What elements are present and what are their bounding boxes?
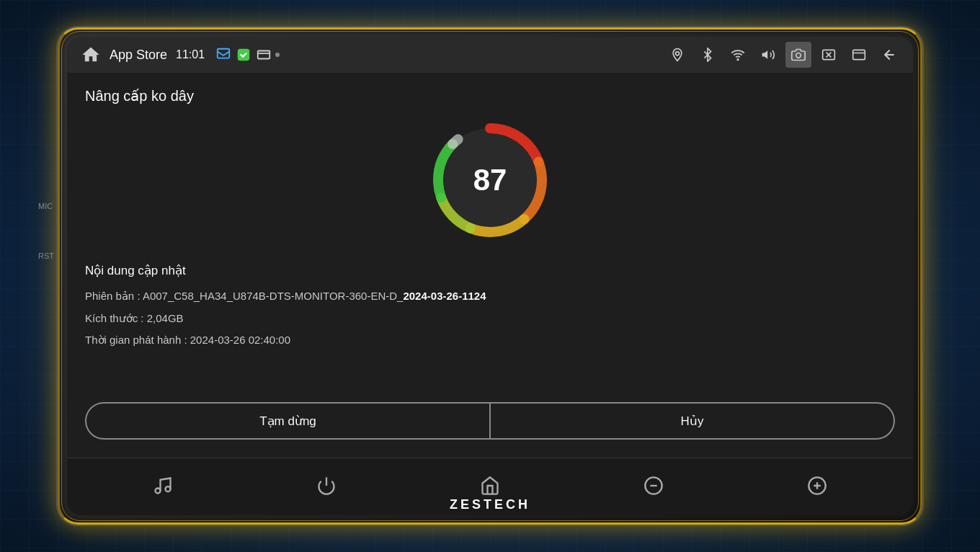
wifi-icon[interactable] bbox=[725, 42, 751, 68]
device-frame: MIC RST App Store 11:01 bbox=[58, 27, 922, 525]
mic-label: MIC bbox=[38, 202, 53, 210]
svg-point-6 bbox=[796, 53, 801, 58]
back-arrow-icon[interactable] bbox=[876, 42, 902, 68]
brand-label: ZESTECH bbox=[450, 497, 530, 512]
status-bar: App Store 11:01 bbox=[67, 37, 913, 73]
tray-icon bbox=[255, 46, 272, 63]
main-content: Nâng cấp ko dây bbox=[67, 73, 913, 458]
location-icon[interactable] bbox=[664, 42, 690, 68]
button-row: Tạm dừng Hủy bbox=[85, 402, 895, 440]
svg-point-17 bbox=[156, 488, 161, 493]
version-line: Phiên bản : A007_C58_HA34_U874B-DTS-MONI… bbox=[85, 288, 895, 305]
size-line: Kích thước : 2,04GB bbox=[85, 311, 895, 327]
nav-forward[interactable] bbox=[807, 476, 827, 499]
power-icon bbox=[316, 476, 337, 499]
music-icon bbox=[153, 476, 173, 499]
rst-label: RST bbox=[38, 251, 54, 260]
close-window-icon[interactable] bbox=[816, 42, 842, 68]
status-icons-right bbox=[664, 42, 902, 68]
progress-section: 87 bbox=[85, 119, 895, 241]
svg-point-18 bbox=[166, 486, 171, 491]
progress-value: 87 bbox=[473, 163, 507, 197]
nav-home[interactable] bbox=[480, 476, 500, 499]
status-icons-left bbox=[215, 46, 280, 63]
app-name-label: App Store bbox=[110, 48, 167, 63]
home-nav-icon bbox=[480, 476, 500, 499]
svg-rect-1 bbox=[238, 49, 250, 61]
minimize-icon[interactable] bbox=[846, 42, 872, 68]
time-label: 11:01 bbox=[176, 48, 205, 61]
svg-point-4 bbox=[737, 59, 739, 61]
nav-back[interactable] bbox=[643, 476, 664, 499]
plus-circle-icon bbox=[807, 476, 827, 499]
home-button[interactable] bbox=[78, 42, 104, 68]
update-content: Nội dung cập nhật Phiên bản : A007_C58_H… bbox=[85, 263, 895, 355]
pause-button[interactable]: Tạm dừng bbox=[85, 402, 490, 440]
app-icon bbox=[235, 46, 252, 63]
phone-icon bbox=[215, 46, 232, 63]
svg-rect-2 bbox=[258, 51, 270, 59]
update-section-title: Nội dung cập nhật bbox=[85, 263, 895, 278]
bluetooth-icon[interactable] bbox=[695, 42, 721, 68]
screenshot-icon[interactable] bbox=[785, 42, 811, 68]
svg-point-3 bbox=[676, 52, 680, 55]
nav-power[interactable] bbox=[316, 476, 337, 499]
volume-icon[interactable] bbox=[755, 42, 781, 68]
nav-music[interactable] bbox=[153, 476, 173, 499]
cancel-button[interactable]: Hủy bbox=[490, 402, 895, 440]
dot-icon bbox=[275, 53, 280, 57]
page-title: Nâng cấp ko dây bbox=[85, 87, 895, 104]
device-screen: App Store 11:01 bbox=[67, 37, 913, 515]
circular-progress: 87 bbox=[429, 119, 551, 241]
date-line: Thời gian phát hành : 2024-03-26 02:40:0… bbox=[85, 332, 895, 349]
svg-marker-5 bbox=[762, 50, 768, 59]
svg-rect-8 bbox=[853, 50, 865, 59]
minus-circle-icon bbox=[643, 476, 664, 499]
